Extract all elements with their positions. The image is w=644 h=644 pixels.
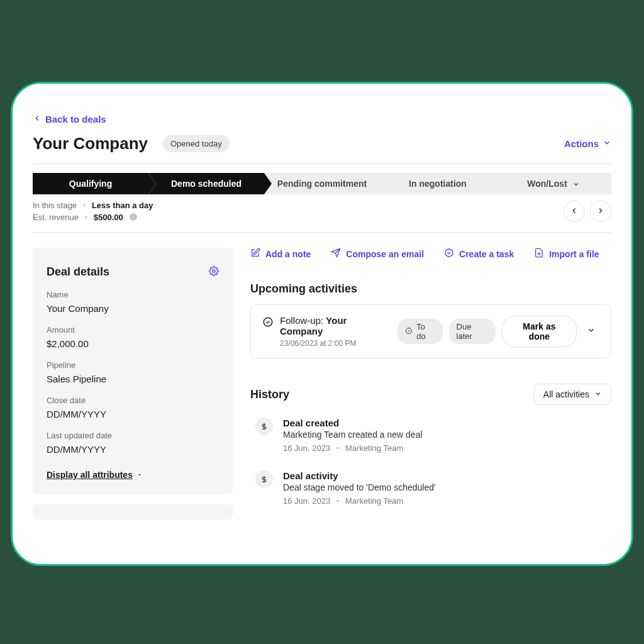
qa-label: Import a file: [549, 249, 599, 259]
display-all-attributes-link[interactable]: Display all attributes: [47, 470, 143, 480]
stage-pending-commitment[interactable]: Pending commitment: [264, 173, 380, 194]
title-row: Your Company Opened today Actions: [33, 134, 611, 153]
stage-label: In negotiation: [409, 179, 467, 189]
due-pill: Due later: [449, 319, 496, 344]
close-date-value: DD/MM/YYYY: [47, 409, 219, 419]
pipeline-stages: Qualifying Demo scheduled Pending commit…: [33, 173, 611, 194]
close-date-label: Close date: [47, 396, 219, 405]
tl-desc: Deal stage moved to 'Demo scheduled': [283, 482, 436, 492]
task-icon: [405, 327, 413, 336]
stage-demo-scheduled[interactable]: Demo scheduled: [148, 173, 264, 194]
pill-label: To do: [416, 322, 435, 341]
back-label: Back to deals: [45, 114, 106, 125]
stage-won-lost[interactable]: Won/Lost: [496, 173, 611, 194]
amount-label: Amount: [47, 325, 219, 335]
pipeline-label: Pipeline: [47, 360, 219, 370]
edit-icon: [250, 248, 260, 260]
stage-prev-button[interactable]: [564, 201, 585, 222]
content-column: Add a note Compose an email Create a tas…: [250, 248, 631, 519]
filter-label: All activities: [543, 389, 589, 399]
amount-value: $2,000.00: [47, 338, 219, 349]
pill-label: Due later: [457, 322, 488, 341]
tl-author: Marketing Team: [345, 496, 403, 506]
task-icon: [262, 315, 274, 330]
upcoming-title: Upcoming activities: [250, 282, 611, 296]
chevron-down-icon: [602, 138, 611, 149]
timeline-item: Deal activity Deal stage moved to 'Demo …: [255, 470, 611, 506]
sidebar-column: Deal details Name Your Company Amount $2…: [33, 248, 233, 519]
stage-next-button[interactable]: [590, 201, 611, 222]
expand-activity-button[interactable]: [583, 322, 599, 341]
svg-point-2: [213, 270, 215, 272]
deal-details-panel: Deal details Name Your Company Amount $2…: [33, 248, 233, 494]
send-icon: [331, 248, 341, 260]
activity-datetime: 23/06/2023 at 2:00 PM: [280, 339, 389, 348]
qa-label: Create a task: [459, 249, 514, 259]
tl-date: 16 Jun. 2023: [283, 496, 330, 506]
info-icon[interactable]: i: [129, 213, 138, 221]
actions-label: Actions: [564, 138, 599, 149]
sidebar-stub-panel: [33, 504, 233, 519]
mark-done-button[interactable]: Mark as done: [502, 316, 577, 347]
timeline-item: Deal created Marketing Team created a ne…: [255, 418, 611, 453]
in-stage-value: Less than a day: [92, 201, 153, 210]
qa-label: Compose an email: [346, 249, 424, 259]
name-label: Name: [47, 290, 219, 299]
todo-pill: To do: [397, 319, 442, 344]
caret-down-icon: [136, 470, 143, 480]
pipeline-value: Sales Pipeline: [47, 374, 219, 384]
stage-label: Pending commitment: [277, 179, 367, 189]
tl-author: Marketing Team: [345, 443, 403, 453]
status-badge: Opened today: [163, 135, 230, 152]
history-title: History: [250, 388, 289, 401]
revenue-label: Est. revenue: [33, 213, 79, 222]
in-stage-label: In this stage: [33, 201, 77, 210]
page-title: Your Company: [33, 134, 148, 153]
chevron-right-icon: [596, 206, 605, 217]
deal-page-card: Back to deals Your Company Opened today …: [11, 82, 633, 566]
updated-value: DD/MM/YYYY: [47, 444, 219, 455]
dollar-icon: [255, 418, 273, 435]
chevron-down-icon: [587, 326, 596, 336]
divider: [33, 164, 611, 164]
tl-desc: Marketing Team created a new deal: [283, 430, 423, 440]
compose-email-button[interactable]: Compose an email: [331, 248, 424, 260]
back-to-deals-link[interactable]: Back to deals: [33, 114, 106, 125]
file-upload-icon: [534, 248, 544, 260]
name-value: Your Company: [47, 303, 219, 314]
task-icon: [444, 248, 454, 260]
stage-label: Qualifying: [69, 179, 112, 189]
qa-label: Add a note: [265, 249, 311, 259]
actions-dropdown[interactable]: Actions: [564, 138, 611, 149]
stage-in-negotiation[interactable]: In negotiation: [380, 173, 496, 194]
create-task-button[interactable]: Create a task: [444, 248, 514, 260]
display-all-label: Display all attributes: [47, 470, 133, 480]
header-section: Back to deals Your Company Opened today …: [13, 114, 631, 233]
stage-meta: In this stage • Less than a day Est. rev…: [33, 201, 611, 222]
stage-qualifying[interactable]: Qualifying: [33, 173, 148, 194]
stage-nav: [564, 201, 611, 222]
activity-prefix: Follow-up:: [280, 315, 326, 326]
chevron-down-icon: [594, 389, 602, 399]
dollar-icon: [255, 470, 273, 488]
import-file-button[interactable]: Import a file: [534, 248, 599, 260]
stage-label: Demo scheduled: [171, 179, 242, 189]
history-filter-dropdown[interactable]: All activities: [534, 384, 611, 405]
quick-actions: Add a note Compose an email Create a tas…: [250, 248, 611, 260]
deal-details-title: Deal details: [47, 265, 109, 279]
gear-icon[interactable]: [209, 266, 219, 279]
revenue-value: $500.00: [94, 213, 123, 222]
history-timeline: Deal created Marketing Team created a ne…: [250, 418, 611, 506]
upcoming-activity-card: Follow-up: Your Company 23/06/2023 at 2:…: [250, 304, 611, 358]
tl-date: 16 Jun. 2023: [283, 443, 330, 453]
chevron-left-icon: [570, 206, 579, 217]
updated-label: Last updated date: [47, 431, 219, 440]
main-area: Deal details Name Your Company Amount $2…: [13, 233, 631, 519]
arrow-left-icon: [33, 114, 42, 125]
stage-label: Won/Lost: [527, 179, 567, 189]
tl-title: Deal created: [283, 418, 423, 428]
tl-title: Deal activity: [283, 470, 436, 481]
add-note-button[interactable]: Add a note: [250, 248, 311, 260]
chevron-down-icon: [572, 174, 580, 196]
